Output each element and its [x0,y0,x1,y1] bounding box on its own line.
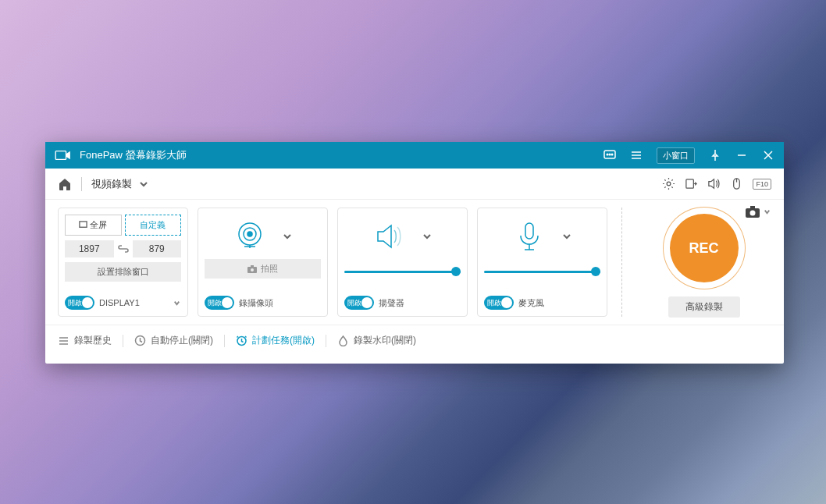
fullscreen-button[interactable]: 全屏 [65,215,122,236]
home-icon[interactable] [58,177,72,191]
microphone-icon [513,220,546,253]
schedule-button[interactable]: 計劃任務(開啟) [236,334,315,347]
width-field[interactable]: 1897 [65,240,114,257]
small-window-button[interactable]: 小窗口 [657,147,695,164]
svg-point-20 [251,268,254,272]
mic-label: 麥克風 [518,297,544,309]
app-window: FonePaw 螢幕錄影大師 小窗口 視頻錄製 F10 全屏 [45,142,784,364]
svg-point-4 [611,154,613,155]
webcam-label: 錄攝像頭 [239,297,273,309]
app-title: FonePaw 螢幕錄影大師 [80,148,603,162]
panel-webcam: 拍照 開啟 錄攝像頭 [198,208,328,317]
speaker-icon [373,220,406,253]
record-button[interactable]: REC [670,214,739,282]
mode-label: 視頻錄製 [91,177,132,191]
droplet-icon [337,335,349,346]
mic-slider[interactable] [484,267,600,276]
pin-icon[interactable] [709,149,721,161]
svg-point-3 [609,154,611,155]
svg-rect-12 [686,179,693,188]
svg-point-2 [607,154,608,155]
autostop-button[interactable]: 自動停止(關閉) [134,334,213,347]
volume-icon[interactable] [707,177,721,190]
export-icon[interactable] [685,177,698,190]
webcam-dropdown-icon[interactable] [282,231,293,242]
svg-rect-0 [55,151,66,160]
main-area: 全屏 自定義 1897 879 設置排除窗口 開啟 DISPLAY1 [45,200,784,325]
hotkey-label[interactable]: F10 [753,179,771,190]
mouse-icon[interactable] [730,177,743,190]
photo-button[interactable]: 拍照 [205,259,321,279]
webcam-icon [233,220,266,253]
watermark-button[interactable]: 錄製水印(關閉) [337,334,416,347]
svg-point-18 [247,232,252,236]
svg-point-11 [668,182,671,186]
panel-microphone: 開啟 麥克風 [477,208,607,317]
mic-toggle[interactable]: 開啟 [484,296,514,310]
mic-dropdown-icon[interactable] [561,231,572,242]
footer: 錄製歷史 自動停止(關閉) 計劃任務(開啟) 錄製水印(關閉) [45,325,784,356]
clock-icon [134,335,146,346]
chevron-down-icon[interactable] [763,208,771,216]
height-field[interactable]: 879 [133,240,182,257]
menu-icon[interactable] [630,149,643,161]
screen-toggle[interactable]: 開啟 [65,296,94,310]
panel-speaker: 開啟 揚聲器 [337,208,468,317]
svg-rect-15 [80,222,87,227]
minimize-icon[interactable] [735,149,748,161]
rec-section: REC 高級錄製 [636,208,771,325]
mode-dropdown-icon[interactable] [138,179,149,190]
screenshot-button[interactable] [746,206,771,218]
svg-point-24 [750,211,756,216]
titlebar: FonePaw 螢幕錄影大師 小窗口 [45,142,784,169]
settings-icon[interactable] [662,177,675,190]
topbar: 視頻錄製 F10 [45,169,784,200]
speaker-slider[interactable] [344,267,461,276]
speaker-toggle[interactable]: 開啟 [344,296,374,310]
svg-rect-22 [525,223,533,239]
alarm-icon [236,335,247,346]
webcam-toggle[interactable]: 開啟 [205,296,234,310]
svg-rect-25 [750,206,755,208]
custom-area-button[interactable]: 自定義 [125,215,182,236]
list-icon [58,335,69,346]
close-icon[interactable] [762,149,774,161]
display-label: DISPLAY1 [99,298,140,307]
feedback-icon[interactable] [603,149,616,161]
speaker-dropdown-icon[interactable] [422,231,433,242]
link-icon[interactable] [118,243,129,254]
speaker-label: 揚聲器 [379,297,404,309]
advanced-record-button[interactable]: 高級錄製 [668,296,740,318]
display-dropdown-icon[interactable] [173,299,181,307]
history-button[interactable]: 錄製歷史 [58,334,112,347]
app-logo-icon [55,149,72,161]
svg-rect-21 [251,265,254,267]
exclude-window-button[interactable]: 設置排除窗口 [65,262,181,282]
panel-screen: 全屏 自定義 1897 879 設置排除窗口 開啟 DISPLAY1 [58,208,188,317]
